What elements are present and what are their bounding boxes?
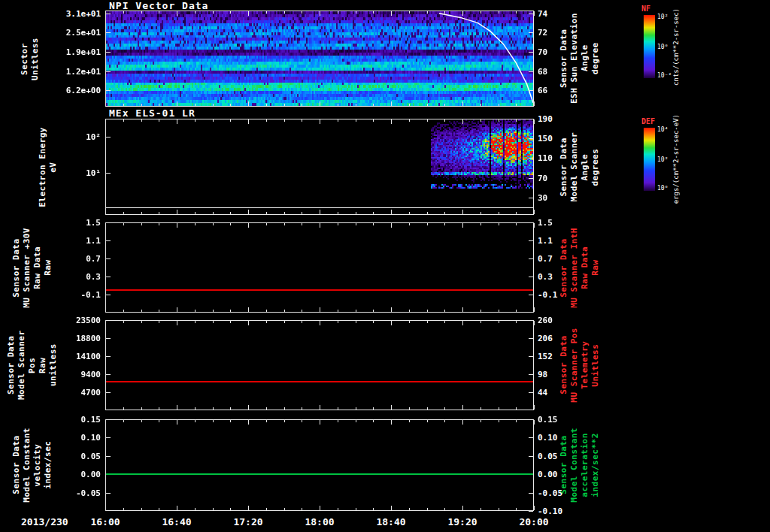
mu_scanner-x-tick-top — [266, 223, 267, 225]
els-x-tick-top — [338, 119, 338, 122]
mu_scanner-right-tick-label: 0.7 — [538, 254, 583, 264]
mu_scanner-x-tick-bottom — [356, 310, 356, 312]
model_constant-left-tick-label: 0.00 — [0, 470, 101, 479]
mu_scanner-x-tick-bottom — [391, 307, 392, 312]
model_constant-x-tick-bottom — [159, 508, 159, 510]
scanner_pos-x-tick-bottom — [266, 407, 267, 410]
els-x-tick-bottom — [177, 210, 177, 214]
def-colorbar — [644, 128, 655, 191]
npi-right-tick-mark — [529, 90, 533, 91]
model_constant-x-tick-top — [499, 420, 499, 422]
npi-x-tick-top — [444, 11, 445, 14]
scanner_pos-left-tick-mark — [106, 338, 111, 339]
npi-x-tick-bottom — [302, 104, 302, 106]
model_constant-left-tick-mark — [106, 437, 111, 438]
scanner_pos-x-tick-bottom — [105, 405, 106, 410]
mu_scanner-x-tick-bottom — [284, 310, 285, 312]
model_constant-x-tick-bottom — [409, 508, 410, 510]
scanner_pos-right-tick-mark — [529, 320, 533, 321]
model_constant-x-tick-top — [462, 420, 463, 425]
model_constant-x-tick-bottom — [534, 506, 535, 510]
npi-x-tick-top — [159, 11, 159, 14]
npi-left-tick-label: 6.2e+00 — [0, 86, 101, 95]
model_constant-right-tick-mark — [529, 456, 533, 457]
model_constant-x-tick-bottom — [141, 508, 142, 510]
mu_scanner-x-tick-bottom — [195, 310, 196, 312]
scanner_pos-x-tick-top — [373, 321, 374, 323]
time-axis-label: 16:00 — [90, 516, 120, 527]
mu_scanner-x-tick-top — [159, 223, 159, 225]
els-panel-title: MEx ELS-01 LR — [109, 107, 196, 119]
model_constant-left-tick-label: 0.10 — [0, 433, 101, 443]
els-x-tick-bottom — [159, 212, 159, 214]
mu_scanner-x-tick-bottom — [177, 307, 177, 312]
model_constant-x-tick-bottom — [516, 508, 517, 510]
npi-x-tick-top — [105, 11, 106, 16]
npi-right-tick-label: 70 — [538, 47, 583, 57]
scanner_pos-x-tick-top — [105, 321, 106, 325]
npi-x-tick-bottom — [248, 101, 249, 106]
npi-x-tick-bottom — [195, 104, 196, 106]
scanner_pos-x-tick-bottom — [195, 407, 196, 410]
npi-left-tick-label: 3.1e+01 — [0, 8, 101, 18]
time-axis-label: 18:00 — [305, 516, 334, 527]
scanner_pos-x-tick-top — [141, 321, 142, 323]
npi-right-tick-mark — [529, 71, 533, 72]
nf-colorbar-unit: cnts/(cm**2-sr-sec) — [672, 11, 680, 83]
scanner_pos-left-tick-mark — [106, 374, 111, 375]
scanner_pos-x-tick-bottom — [248, 405, 249, 410]
npi-x-tick-top — [391, 11, 392, 16]
npi-x-tick-bottom — [141, 104, 142, 106]
model_constant-left-tick-label: 0.15 — [0, 415, 101, 425]
mu_scanner-x-tick-top — [516, 223, 517, 225]
scanner_pos-x-tick-bottom — [123, 407, 124, 410]
els-x-tick-top — [123, 119, 124, 122]
npi-left-tick-mark — [106, 90, 111, 91]
mu_scanner-x-tick-top — [320, 223, 320, 228]
npi-x-tick-bottom — [320, 101, 320, 106]
nf-colorbar-tick-label: 10⁻² — [657, 71, 671, 78]
model_constant-x-tick-top — [444, 420, 445, 422]
scanner_pos-right-tick-label: 152 — [538, 352, 583, 361]
mu_scanner-right-tick-label: -0.1 — [538, 290, 583, 300]
els-x-tick-top — [213, 119, 214, 122]
scanner_pos-x-tick-bottom — [499, 407, 499, 410]
model_constant-left-tick-mark — [106, 456, 111, 457]
npi-spectrogram-canvas — [106, 11, 533, 106]
scanner_pos-x-tick-top — [499, 321, 499, 323]
scanner_pos-x-tick-top — [230, 321, 231, 323]
scanner_pos-left-tick-mark — [106, 392, 111, 393]
mu_scanner-left-tick-mark — [106, 277, 111, 277]
time-axis-label: 18:40 — [376, 516, 405, 527]
model_constant-x-tick-top — [391, 420, 392, 425]
nf-colorbar-title: NF — [641, 5, 650, 13]
model_constant-x-tick-top — [480, 420, 481, 422]
scanner_pos-x-tick-top — [320, 321, 320, 325]
npi-x-tick-bottom — [409, 104, 410, 106]
model_constant-x-tick-top — [266, 420, 267, 422]
els-x-tick-bottom — [480, 212, 481, 214]
els-left-tick-label: 10² — [0, 132, 101, 142]
scanner_pos-x-tick-bottom — [516, 407, 517, 410]
model_constant-right-tick-mark — [529, 493, 533, 494]
npi-x-tick-top — [141, 11, 142, 14]
mu_scanner-x-tick-top — [105, 223, 106, 228]
scanner_pos-left-tick-mark — [106, 320, 111, 321]
els-x-tick-bottom — [248, 210, 249, 214]
scanner_pos-x-tick-bottom — [391, 405, 392, 410]
mu_scanner-left-tick-label: 0.7 — [0, 254, 101, 264]
scanner_pos-x-tick-bottom — [427, 407, 428, 410]
mu_scanner-x-tick-top — [444, 223, 445, 225]
npi-x-tick-bottom — [516, 104, 517, 106]
scanner_pos-x-tick-top — [356, 321, 356, 323]
scanner_pos-x-tick-top — [516, 321, 517, 323]
scanner_pos-x-tick-bottom — [177, 405, 177, 410]
scanner_pos-x-tick-top — [177, 321, 177, 325]
scanner_pos-x-tick-top — [248, 321, 249, 325]
els-x-tick-top — [248, 119, 249, 124]
els-x-tick-top — [462, 119, 463, 124]
scanner_pos-x-tick-bottom — [462, 405, 463, 410]
mu_scanner-x-tick-bottom — [230, 310, 231, 312]
npi-left-tick-mark — [106, 14, 111, 14]
mu_scanner-x-tick-top — [356, 223, 356, 225]
